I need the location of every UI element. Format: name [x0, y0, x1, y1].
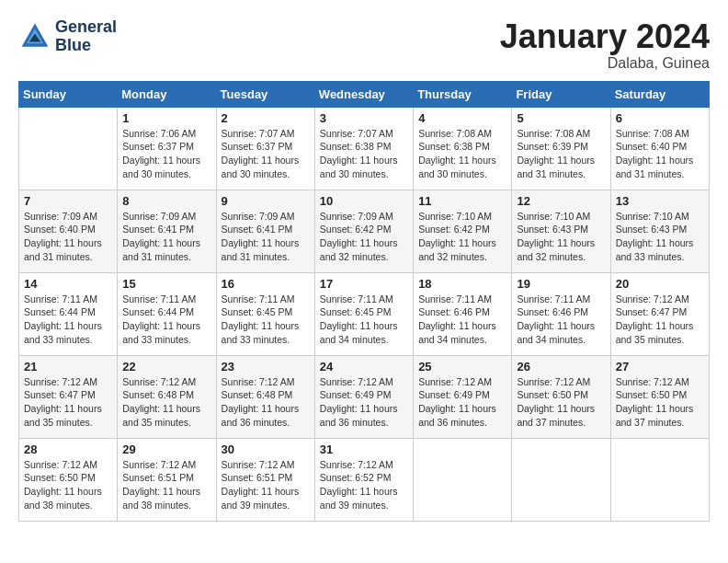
day-number: 30 [222, 442, 310, 456]
calendar-cell: 12Sunrise: 7:10 AM Sunset: 6:43 PM Dayli… [512, 190, 610, 272]
calendar-cell [512, 438, 610, 521]
day-info: Sunrise: 7:11 AM Sunset: 6:44 PM Dayligh… [122, 293, 210, 347]
day-info: Sunrise: 7:09 AM Sunset: 6:42 PM Dayligh… [320, 210, 408, 264]
day-info: Sunrise: 7:08 AM Sunset: 6:40 PM Dayligh… [616, 127, 704, 181]
calendar-cell: 11Sunrise: 7:10 AM Sunset: 6:42 PM Dayli… [414, 190, 512, 272]
day-number: 13 [616, 194, 704, 208]
day-number: 5 [517, 111, 605, 125]
calendar-week-row: 14Sunrise: 7:11 AM Sunset: 6:44 PM Dayli… [19, 272, 710, 355]
calendar-cell: 1Sunrise: 7:06 AM Sunset: 6:37 PM Daylig… [118, 107, 216, 190]
day-number: 28 [24, 442, 112, 456]
day-info: Sunrise: 7:11 AM Sunset: 6:44 PM Dayligh… [24, 293, 112, 347]
day-info: Sunrise: 7:07 AM Sunset: 6:38 PM Dayligh… [320, 127, 408, 181]
calendar-cell: 22Sunrise: 7:12 AM Sunset: 6:48 PM Dayli… [118, 355, 216, 438]
day-info: Sunrise: 7:11 AM Sunset: 6:45 PM Dayligh… [222, 293, 310, 347]
day-info: Sunrise: 7:09 AM Sunset: 6:41 PM Dayligh… [122, 210, 210, 264]
day-info: Sunrise: 7:12 AM Sunset: 6:50 PM Dayligh… [24, 458, 112, 512]
month-title: January 2024 [500, 18, 710, 55]
calendar-cell [414, 438, 512, 521]
calendar-cell: 5Sunrise: 7:08 AM Sunset: 6:39 PM Daylig… [512, 107, 610, 190]
day-number: 18 [418, 277, 506, 291]
day-info: Sunrise: 7:09 AM Sunset: 6:41 PM Dayligh… [222, 210, 310, 264]
day-number: 6 [616, 111, 704, 125]
calendar-cell: 23Sunrise: 7:12 AM Sunset: 6:48 PM Dayli… [216, 355, 314, 438]
logo-text: General Blue [55, 18, 117, 55]
calendar-cell: 13Sunrise: 7:10 AM Sunset: 6:43 PM Dayli… [610, 190, 709, 272]
day-info: Sunrise: 7:12 AM Sunset: 6:50 PM Dayligh… [616, 375, 704, 430]
calendar-cell: 29Sunrise: 7:12 AM Sunset: 6:51 PM Dayli… [118, 438, 216, 521]
calendar-cell: 7Sunrise: 7:09 AM Sunset: 6:40 PM Daylig… [19, 190, 118, 272]
calendar-cell: 16Sunrise: 7:11 AM Sunset: 6:45 PM Dayli… [216, 272, 314, 355]
day-info: Sunrise: 7:12 AM Sunset: 6:50 PM Dayligh… [517, 375, 605, 430]
logo-icon [18, 20, 51, 53]
weekday-header: Sunday [19, 81, 118, 107]
day-number: 12 [517, 194, 605, 208]
day-number: 21 [24, 360, 112, 373]
day-info: Sunrise: 7:12 AM Sunset: 6:51 PM Dayligh… [122, 458, 210, 512]
calendar-cell: 6Sunrise: 7:08 AM Sunset: 6:40 PM Daylig… [610, 107, 709, 190]
day-info: Sunrise: 7:08 AM Sunset: 6:38 PM Dayligh… [418, 127, 506, 181]
calendar-cell: 3Sunrise: 7:07 AM Sunset: 6:38 PM Daylig… [314, 107, 413, 190]
day-number: 17 [320, 277, 408, 291]
day-info: Sunrise: 7:12 AM Sunset: 6:49 PM Dayligh… [320, 375, 408, 430]
day-info: Sunrise: 7:12 AM Sunset: 6:47 PM Dayligh… [24, 375, 112, 430]
day-number: 15 [122, 277, 210, 291]
calendar-cell: 26Sunrise: 7:12 AM Sunset: 6:50 PM Dayli… [512, 355, 610, 438]
title-block: January 2024 Dalaba, Guinea [500, 18, 710, 72]
location-subtitle: Dalaba, Guinea [500, 55, 710, 72]
day-number: 24 [320, 360, 408, 373]
calendar-cell: 10Sunrise: 7:09 AM Sunset: 6:42 PM Dayli… [314, 190, 413, 272]
day-info: Sunrise: 7:06 AM Sunset: 6:37 PM Dayligh… [122, 127, 210, 181]
day-info: Sunrise: 7:10 AM Sunset: 6:42 PM Dayligh… [418, 210, 506, 264]
calendar-table: SundayMondayTuesdayWednesdayThursdayFrid… [18, 81, 710, 522]
weekday-header: Thursday [414, 81, 512, 107]
calendar-cell: 25Sunrise: 7:12 AM Sunset: 6:49 PM Dayli… [414, 355, 512, 438]
calendar-cell: 19Sunrise: 7:11 AM Sunset: 6:46 PM Dayli… [512, 272, 610, 355]
calendar-cell: 24Sunrise: 7:12 AM Sunset: 6:49 PM Dayli… [314, 355, 413, 438]
calendar-week-row: 1Sunrise: 7:06 AM Sunset: 6:37 PM Daylig… [19, 107, 710, 190]
day-info: Sunrise: 7:11 AM Sunset: 6:46 PM Dayligh… [517, 293, 605, 347]
day-number: 23 [222, 360, 310, 373]
calendar-cell: 18Sunrise: 7:11 AM Sunset: 6:46 PM Dayli… [414, 272, 512, 355]
day-info: Sunrise: 7:10 AM Sunset: 6:43 PM Dayligh… [616, 210, 704, 264]
day-number: 26 [517, 360, 605, 373]
day-number: 31 [320, 442, 408, 456]
day-info: Sunrise: 7:12 AM Sunset: 6:48 PM Dayligh… [222, 375, 310, 430]
calendar-cell: 27Sunrise: 7:12 AM Sunset: 6:50 PM Dayli… [610, 355, 709, 438]
day-info: Sunrise: 7:11 AM Sunset: 6:45 PM Dayligh… [320, 293, 408, 347]
weekday-header: Friday [512, 81, 610, 107]
calendar-cell: 17Sunrise: 7:11 AM Sunset: 6:45 PM Dayli… [314, 272, 413, 355]
day-number: 3 [320, 111, 408, 125]
day-number: 2 [222, 111, 310, 125]
calendar-week-row: 21Sunrise: 7:12 AM Sunset: 6:47 PM Dayli… [19, 355, 710, 438]
calendar-cell: 8Sunrise: 7:09 AM Sunset: 6:41 PM Daylig… [118, 190, 216, 272]
weekday-header: Wednesday [314, 81, 413, 107]
day-info: Sunrise: 7:09 AM Sunset: 6:40 PM Dayligh… [24, 210, 112, 264]
calendar-cell: 20Sunrise: 7:12 AM Sunset: 6:47 PM Dayli… [610, 272, 709, 355]
day-info: Sunrise: 7:07 AM Sunset: 6:37 PM Dayligh… [222, 127, 310, 181]
day-number: 11 [418, 194, 506, 208]
calendar-week-row: 28Sunrise: 7:12 AM Sunset: 6:50 PM Dayli… [19, 438, 710, 521]
calendar-cell: 2Sunrise: 7:07 AM Sunset: 6:37 PM Daylig… [216, 107, 314, 190]
day-info: Sunrise: 7:10 AM Sunset: 6:43 PM Dayligh… [517, 210, 605, 264]
page-header: General Blue January 2024 Dalaba, Guinea [18, 18, 710, 72]
day-info: Sunrise: 7:08 AM Sunset: 6:39 PM Dayligh… [517, 127, 605, 181]
day-number: 10 [320, 194, 408, 208]
day-number: 27 [616, 360, 704, 373]
day-info: Sunrise: 7:11 AM Sunset: 6:46 PM Dayligh… [418, 293, 506, 347]
weekday-header: Tuesday [216, 81, 314, 107]
calendar-cell: 30Sunrise: 7:12 AM Sunset: 6:51 PM Dayli… [216, 438, 314, 521]
calendar-cell: 15Sunrise: 7:11 AM Sunset: 6:44 PM Dayli… [118, 272, 216, 355]
day-number: 1 [122, 111, 210, 125]
day-number: 9 [222, 194, 310, 208]
day-number: 4 [418, 111, 506, 125]
calendar-cell: 9Sunrise: 7:09 AM Sunset: 6:41 PM Daylig… [216, 190, 314, 272]
logo: General Blue [18, 18, 117, 55]
day-number: 14 [24, 277, 112, 291]
day-info: Sunrise: 7:12 AM Sunset: 6:48 PM Dayligh… [122, 375, 210, 430]
day-info: Sunrise: 7:12 AM Sunset: 6:49 PM Dayligh… [418, 375, 506, 430]
calendar-cell [19, 107, 118, 190]
calendar-cell: 4Sunrise: 7:08 AM Sunset: 6:38 PM Daylig… [414, 107, 512, 190]
day-number: 29 [122, 442, 210, 456]
calendar-cell: 21Sunrise: 7:12 AM Sunset: 6:47 PM Dayli… [19, 355, 118, 438]
